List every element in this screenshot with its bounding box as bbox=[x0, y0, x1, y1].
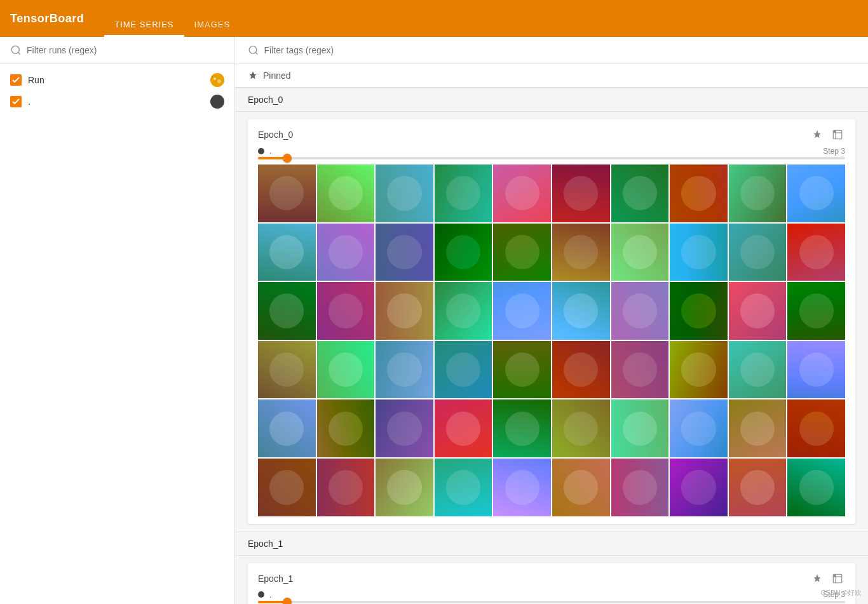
image-cell bbox=[376, 164, 433, 222]
image-cell bbox=[493, 282, 551, 340]
epoch0-slider-row bbox=[258, 157, 845, 159]
image-cell bbox=[376, 224, 433, 281]
image-cell bbox=[729, 399, 787, 457]
layout: Run . bbox=[0, 37, 868, 604]
image-cell bbox=[493, 459, 551, 516]
image-cell bbox=[611, 459, 669, 516]
image-cell bbox=[376, 399, 433, 457]
epoch1-run-dot-label: . bbox=[269, 590, 272, 600]
image-cell bbox=[435, 341, 492, 399]
pinned-section: Pinned bbox=[235, 64, 868, 88]
image-cell bbox=[258, 459, 316, 516]
epoch0-card-header: Epoch_0 bbox=[258, 127, 845, 142]
image-cell bbox=[787, 224, 845, 281]
image-cell bbox=[258, 282, 316, 340]
svg-point-5 bbox=[249, 46, 257, 53]
image-cell bbox=[670, 282, 728, 340]
image-cell bbox=[552, 459, 610, 516]
image-cell bbox=[729, 224, 787, 281]
image-cell bbox=[787, 341, 845, 399]
epoch1-slider-thumb[interactable] bbox=[283, 598, 292, 604]
epoch0-run-row: . Step 3 bbox=[258, 146, 845, 156]
image-cell bbox=[552, 224, 610, 281]
epoch0-expand-button[interactable] bbox=[830, 127, 845, 142]
epoch0-slider-thumb[interactable] bbox=[283, 154, 292, 163]
image-cell bbox=[552, 282, 610, 340]
runs-filter-input[interactable] bbox=[27, 45, 224, 55]
epoch1-slider-track[interactable] bbox=[258, 601, 845, 603]
image-cell bbox=[552, 399, 610, 457]
image-cell bbox=[435, 399, 492, 457]
epoch1-pin-button[interactable] bbox=[810, 571, 825, 586]
epoch1-run-row: . Step 3 bbox=[258, 590, 845, 600]
epoch1-card-actions bbox=[810, 571, 845, 586]
image-cell bbox=[376, 459, 433, 516]
image-cell bbox=[258, 399, 316, 457]
epoch1-card-title: Epoch_1 bbox=[258, 574, 293, 584]
run-label-dot: . bbox=[28, 97, 204, 107]
epoch0-section: Epoch_0 Epoch_0 bbox=[235, 88, 868, 524]
image-cell bbox=[376, 341, 433, 399]
image-cell bbox=[670, 164, 728, 222]
image-cell bbox=[787, 459, 845, 516]
epoch0-card-actions bbox=[810, 127, 845, 142]
image-cell bbox=[670, 341, 728, 399]
tags-filter-input[interactable] bbox=[264, 45, 855, 55]
svg-point-3 bbox=[214, 77, 216, 80]
run-item-dot[interactable]: . bbox=[0, 91, 234, 112]
image-cell bbox=[729, 459, 787, 516]
image-cell bbox=[611, 282, 669, 340]
epoch1-run-dot bbox=[258, 591, 264, 598]
search-icon bbox=[10, 44, 22, 56]
image-cell bbox=[493, 224, 551, 281]
run-checkbox-dot[interactable] bbox=[10, 96, 22, 107]
epoch1-header: Epoch_1 bbox=[235, 532, 868, 556]
image-cell bbox=[493, 164, 551, 222]
image-cell bbox=[258, 224, 316, 281]
image-cell bbox=[670, 399, 728, 457]
image-cell bbox=[317, 341, 375, 399]
image-cell bbox=[317, 282, 375, 340]
svg-point-4 bbox=[217, 79, 221, 83]
epoch0-slider-track[interactable] bbox=[258, 157, 845, 159]
image-cell bbox=[435, 282, 492, 340]
epoch0-step-label: Step 3 bbox=[823, 147, 845, 156]
sidebar-search-bar bbox=[0, 37, 234, 64]
image-cell bbox=[729, 282, 787, 340]
pin-icon bbox=[248, 70, 258, 81]
nav-images[interactable]: IMAGES bbox=[184, 20, 241, 37]
run-item-run[interactable]: Run bbox=[0, 69, 234, 91]
image-cell bbox=[670, 224, 728, 281]
image-cell bbox=[493, 399, 551, 457]
svg-line-1 bbox=[18, 52, 20, 54]
watermark: CSDN ©好欢 bbox=[821, 588, 862, 598]
run-color-dot bbox=[210, 95, 224, 109]
image-cell bbox=[787, 164, 845, 222]
svg-line-6 bbox=[255, 52, 257, 54]
epoch0-run-dot bbox=[258, 148, 264, 154]
image-cell bbox=[611, 164, 669, 222]
image-cell bbox=[493, 341, 551, 399]
svg-point-0 bbox=[11, 46, 19, 53]
image-cell bbox=[670, 459, 728, 516]
epoch0-card: Epoch_0 bbox=[248, 119, 855, 524]
tags-search-bar bbox=[235, 37, 868, 64]
svg-point-2 bbox=[212, 75, 222, 85]
epoch1-expand-button[interactable] bbox=[830, 571, 845, 586]
nav-time-series[interactable]: TIME SERIES bbox=[104, 20, 184, 37]
tags-search-icon bbox=[248, 44, 259, 56]
main-content: Pinned Epoch_0 Epoch_0 bbox=[235, 37, 868, 604]
epoch0-pin-button[interactable] bbox=[810, 127, 825, 142]
epoch1-slider-row bbox=[258, 601, 845, 603]
image-cell bbox=[317, 399, 375, 457]
image-cell bbox=[611, 341, 669, 399]
image-cell bbox=[729, 164, 787, 222]
run-color-run bbox=[210, 73, 224, 87]
image-cell bbox=[258, 164, 316, 222]
header: TensorBoard TIME SERIES IMAGES bbox=[0, 0, 868, 37]
main-nav: TIME SERIES IMAGES bbox=[104, 0, 240, 37]
image-cell bbox=[611, 399, 669, 457]
run-checkbox-run[interactable] bbox=[10, 74, 22, 86]
epoch0-run-dot-label: . bbox=[269, 146, 272, 156]
runs-list: Run . bbox=[0, 64, 234, 117]
